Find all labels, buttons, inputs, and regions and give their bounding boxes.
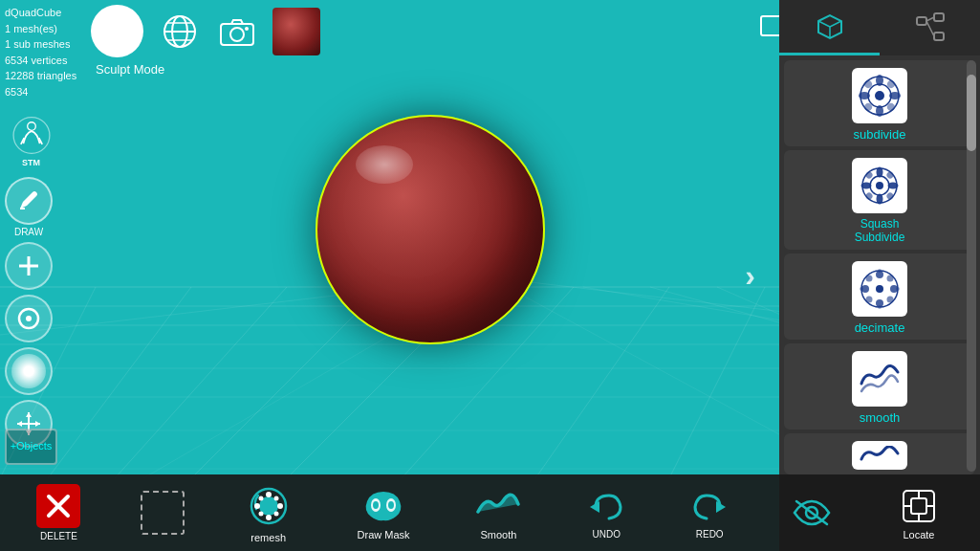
screenshot-icon[interactable]	[215, 10, 258, 53]
svg-point-102	[266, 492, 272, 497]
svg-point-65	[876, 75, 883, 86]
panel-tabs	[779, 0, 980, 55]
svg-point-64	[875, 91, 884, 100]
mesh-info: dQuadCube 1 mesh(es) 1 sub meshes 6534 v…	[5, 5, 76, 99]
add-objects-label: +Objects	[11, 440, 53, 452]
svg-line-55	[830, 21, 841, 27]
remesh-button[interactable]: remesh	[240, 483, 297, 543]
hide-show-button[interactable]	[789, 490, 835, 536]
globe-icon[interactable]	[158, 10, 201, 53]
remesh-label: remesh	[250, 532, 286, 543]
undo-button[interactable]: UNDO	[582, 486, 630, 540]
svg-line-10	[115, 287, 287, 478]
svg-point-75	[876, 182, 883, 189]
svg-point-85	[876, 285, 883, 293]
sculpt-preview-icon[interactable]	[91, 5, 143, 57]
delete-label: DELETE	[40, 531, 77, 541]
tab-cube[interactable]	[779, 0, 880, 55]
svg-point-40	[26, 316, 32, 321]
draw-mask-button[interactable]: Draw Mask	[353, 486, 415, 540]
panel-toggle-arrow[interactable]: ›	[745, 258, 755, 294]
left-tools: DRAW	[5, 177, 53, 448]
locate-label: Locate	[903, 529, 934, 540]
svg-rect-58	[934, 13, 944, 21]
stl-icon[interactable]: STM	[5, 115, 57, 167]
mesh-title: dQuadCube	[5, 5, 76, 21]
svg-point-107	[273, 496, 278, 500]
svg-point-90	[866, 275, 873, 281]
circle-tool[interactable]	[5, 295, 53, 342]
select-box-tool[interactable]	[141, 491, 185, 535]
svg-point-66	[876, 105, 883, 117]
draw-label: DRAW	[14, 227, 43, 237]
redo-icon	[688, 486, 730, 526]
locate-icon	[898, 486, 940, 526]
svg-point-113	[388, 501, 394, 509]
svg-line-60	[926, 17, 934, 21]
svg-point-31	[245, 27, 249, 31]
svg-point-92	[866, 296, 873, 302]
svg-point-68	[889, 92, 901, 99]
svg-point-33	[27, 122, 35, 131]
eye-icon	[793, 497, 831, 528]
svg-marker-43	[26, 412, 32, 417]
vertices-count: 6534 vertices	[5, 53, 76, 69]
panel-item-more[interactable]	[784, 433, 975, 474]
tab-nodes[interactable]	[880, 0, 980, 55]
add-objects-button[interactable]: +Objects	[5, 429, 57, 465]
right-panel: subdivide	[779, 0, 980, 551]
locate-button[interactable]: Locate	[890, 486, 947, 540]
sub-meshes: 1 sub meshes	[5, 36, 76, 53]
svg-rect-57	[917, 17, 926, 25]
redo-button[interactable]: REDO	[686, 486, 733, 540]
panel-item-squash-subdivide[interactable]: SquashSubdivide	[784, 150, 975, 250]
sphere-mesh	[316, 115, 545, 344]
svg-point-108	[258, 511, 263, 516]
delete-button[interactable]: DELETE	[33, 484, 85, 541]
panel-scrollbar-thumb	[967, 75, 976, 151]
delete-icon	[36, 484, 80, 528]
undo-label: UNDO	[593, 529, 621, 540]
gradient-tool[interactable]	[5, 347, 53, 395]
draw-mask-icon	[360, 486, 406, 526]
svg-point-30	[230, 28, 244, 41]
panel-item-subdivide[interactable]: subdivide	[784, 60, 975, 146]
svg-point-79	[888, 183, 899, 189]
draw-mask-label: Draw Mask	[358, 529, 410, 540]
svg-point-93	[887, 296, 894, 302]
draw-tool[interactable]: DRAW	[5, 177, 53, 237]
smooth-button[interactable]: Smooth	[469, 486, 527, 540]
svg-point-104	[254, 503, 260, 509]
svg-point-95	[878, 305, 882, 309]
remesh-icon	[246, 483, 292, 529]
stl-label: STM	[22, 158, 40, 167]
panel-scrollbar[interactable]	[967, 60, 976, 472]
mesh-count: 1 mesh(es)	[5, 21, 76, 37]
smooth-bottom-icon	[475, 486, 521, 526]
svg-line-61	[926, 21, 934, 36]
decimate-icon	[852, 261, 907, 317]
svg-rect-59	[934, 33, 944, 40]
3d-sphere	[296, 96, 564, 383]
svg-line-54	[818, 21, 830, 27]
svg-marker-46	[35, 421, 40, 427]
redo-label: REDO	[696, 529, 724, 540]
svg-point-103	[266, 515, 272, 520]
smooth-bottom-label: Smooth	[480, 529, 516, 540]
subdivide-label: subdivide	[854, 127, 906, 142]
add-tool[interactable]	[5, 242, 53, 290]
mesh-thumbnail[interactable]	[272, 8, 320, 55]
svg-point-105	[277, 503, 283, 509]
panel-item-smooth[interactable]: smooth	[784, 343, 975, 430]
sculpt-mode-label: Sculpt Mode	[96, 62, 164, 77]
top-icons-bar	[91, 5, 320, 57]
svg-point-96	[860, 287, 863, 291]
subdivide-icon	[852, 68, 907, 123]
decimate-label: decimate	[855, 320, 905, 335]
svg-point-78	[861, 183, 872, 189]
svg-point-112	[373, 501, 379, 509]
svg-point-94	[878, 269, 882, 273]
extra-count: 6534	[5, 84, 76, 100]
svg-point-106	[258, 496, 263, 500]
panel-item-decimate[interactable]: decimate	[784, 253, 975, 340]
